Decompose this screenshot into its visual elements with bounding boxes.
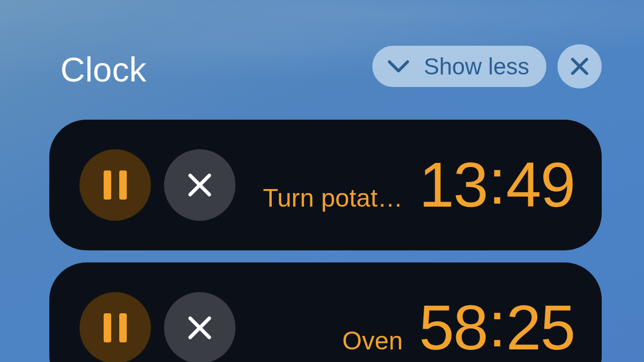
app-title: Clock (49, 52, 146, 86)
timer-time: 58 : 25 (419, 296, 575, 359)
close-icon (570, 56, 590, 76)
timer-card[interactable]: Oven 58 : 25 (49, 262, 602, 362)
show-less-label: Show less (424, 55, 529, 78)
timer-controls (79, 292, 235, 362)
timer-cards: Turn potat… 13 : 49 (49, 120, 602, 362)
stack-header: Clock Show less (49, 47, 602, 92)
timer-label: Turn potat… (263, 184, 403, 213)
chevron-down-icon (387, 59, 410, 74)
timer-seconds: 49 (506, 153, 575, 217)
timer-seconds: 25 (506, 296, 575, 359)
time-colon: : (488, 150, 506, 214)
close-icon (185, 170, 214, 200)
timer-content: Oven 58 : 25 (252, 296, 575, 359)
show-less-button[interactable]: Show less (372, 46, 546, 87)
header-controls: Show less (372, 44, 602, 88)
timer-content: Turn potat… 13 : 49 (252, 153, 575, 217)
pause-button[interactable] (79, 149, 151, 221)
notification-stack: Clock Show less (49, 47, 602, 362)
close-icon (185, 313, 214, 342)
pause-icon (104, 170, 127, 200)
pause-icon (104, 313, 127, 342)
timer-minutes: 13 (419, 153, 488, 217)
timer-minutes: 58 (419, 296, 488, 359)
timer-label: Oven (342, 326, 403, 355)
cancel-timer-button[interactable] (164, 292, 235, 362)
cancel-timer-button[interactable] (164, 149, 235, 221)
time-colon: : (488, 293, 506, 356)
pause-button[interactable] (79, 292, 151, 362)
timer-controls (79, 149, 235, 221)
timer-time: 13 : 49 (419, 153, 575, 217)
timer-card[interactable]: Turn potat… 13 : 49 (49, 120, 602, 250)
dismiss-stack-button[interactable] (557, 44, 602, 88)
